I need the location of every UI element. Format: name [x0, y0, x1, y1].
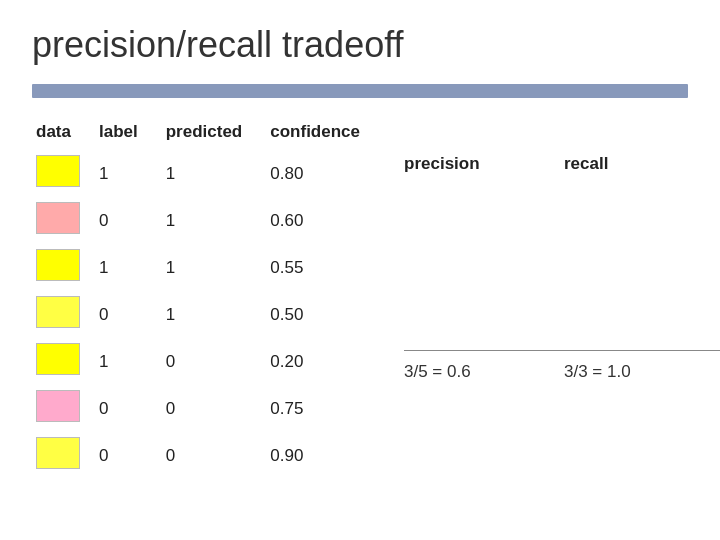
label-cell: 1	[95, 150, 162, 197]
confidence-cell: 0.60	[266, 197, 384, 244]
right-header-precision: precision	[404, 154, 564, 174]
table-row: 100.20	[32, 338, 384, 385]
right-row	[404, 393, 720, 435]
col-header-confidence: confidence	[266, 118, 384, 150]
label-cell: 0	[95, 197, 162, 244]
right-headers: precision recall	[404, 154, 720, 174]
table-row: 000.90	[32, 432, 384, 479]
confidence-cell: 0.20	[266, 338, 384, 385]
right-row	[404, 435, 720, 477]
page: precision/recall tradeoff data label pre…	[0, 0, 720, 540]
right-row	[404, 224, 720, 266]
color-swatch	[36, 296, 80, 328]
color-cell	[32, 291, 95, 338]
right-section: precision recall 3/5 = 0.63/3 = 1.0	[384, 118, 720, 477]
label-cell: 1	[95, 338, 162, 385]
table-row: 000.75	[32, 385, 384, 432]
right-row	[404, 182, 720, 224]
divider-bar	[32, 84, 688, 98]
page-title: precision/recall tradeoff	[32, 24, 688, 66]
right-header-recall: recall	[564, 154, 720, 174]
confidence-cell: 0.75	[266, 385, 384, 432]
color-cell	[32, 432, 95, 479]
table-area: data label predicted confidence 110.8001…	[32, 118, 688, 479]
color-swatch	[36, 155, 80, 187]
table-row: 010.50	[32, 291, 384, 338]
predicted-cell: 1	[162, 197, 267, 244]
table-row: 010.60	[32, 197, 384, 244]
color-swatch	[36, 437, 80, 469]
table-row: 110.55	[32, 244, 384, 291]
table-row: 110.80	[32, 150, 384, 197]
color-swatch	[36, 202, 80, 234]
color-cell	[32, 338, 95, 385]
color-cell	[32, 244, 95, 291]
predicted-cell: 0	[162, 338, 267, 385]
color-swatch	[36, 249, 80, 281]
right-row	[404, 266, 720, 308]
confidence-cell: 0.55	[266, 244, 384, 291]
main-table: data label predicted confidence 110.8001…	[32, 118, 384, 479]
predicted-cell: 1	[162, 244, 267, 291]
color-cell	[32, 150, 95, 197]
right-row: 3/5 = 0.63/3 = 1.0	[404, 351, 720, 393]
right-row	[404, 308, 720, 350]
confidence-cell: 0.90	[266, 432, 384, 479]
color-swatch	[36, 390, 80, 422]
col-header-label: label	[95, 118, 162, 150]
label-cell: 0	[95, 432, 162, 479]
col-header-data: data	[32, 118, 95, 150]
color-cell	[32, 385, 95, 432]
predicted-cell: 1	[162, 150, 267, 197]
label-cell: 0	[95, 385, 162, 432]
predicted-cell: 0	[162, 385, 267, 432]
confidence-cell: 0.80	[266, 150, 384, 197]
label-cell: 0	[95, 291, 162, 338]
label-cell: 1	[95, 244, 162, 291]
color-swatch	[36, 343, 80, 375]
precision-value: 3/5 = 0.6	[404, 362, 564, 382]
confidence-cell: 0.50	[266, 291, 384, 338]
right-rows: 3/5 = 0.63/3 = 1.0	[404, 182, 720, 477]
predicted-cell: 0	[162, 432, 267, 479]
col-header-predicted: predicted	[162, 118, 267, 150]
color-cell	[32, 197, 95, 244]
recall-value: 3/3 = 1.0	[564, 362, 720, 382]
predicted-cell: 1	[162, 291, 267, 338]
